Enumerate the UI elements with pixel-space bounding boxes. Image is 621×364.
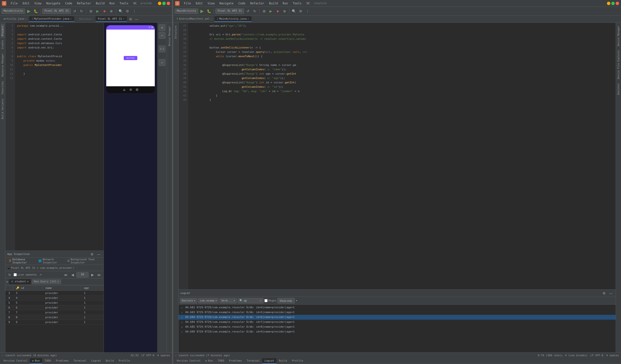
- bottom-tab-build-right[interactable]: Build: [276, 358, 289, 364]
- tab-androidmanifest[interactable]: X AndroidManifest.xml ✕: [174, 16, 214, 22]
- table-row[interactable]: 4 4 provider 1: [6, 296, 104, 301]
- left-menu-vc[interactable]: VC: [131, 1, 138, 6]
- table-row[interactable]: 5 5 provider 1: [6, 301, 104, 305]
- sidebar-device-manager-right[interactable]: Device Manager: [617, 24, 620, 48]
- bottom-tab-problems-right[interactable]: Problems: [226, 358, 244, 364]
- inspection-hide-btn[interactable]: —: [96, 251, 102, 257]
- run-config-left[interactable]: MainActivity: [1, 8, 25, 14]
- run-config-right[interactable]: MainActivity: [175, 8, 198, 14]
- tab-mycontentprovider[interactable]: J MyContentProvider.java ✕: [29, 16, 74, 22]
- bottom-tab-todo-right[interactable]: TODO: [215, 358, 227, 364]
- name-column-header[interactable]: name: [42, 285, 81, 291]
- log-line[interactable]: ↓ 04.683 9729-9729/com.example.resovler …: [178, 310, 616, 315]
- zoom-in-btn[interactable]: +: [159, 24, 165, 31]
- last-page-btn[interactable]: ⏭: [96, 272, 102, 278]
- minimize-button-right[interactable]: [607, 2, 610, 5]
- logcat-search-box[interactable]: 🔍 ✕: [238, 298, 263, 303]
- stop-button-right[interactable]: ■: [275, 8, 281, 14]
- tab-network-inspector[interactable]: 🌐 Network Inspector: [36, 257, 65, 266]
- maximize-button-left[interactable]: [162, 2, 166, 5]
- close-tab-manifest[interactable]: ✕: [210, 17, 212, 20]
- live-updates-checkbox[interactable]: [14, 273, 17, 276]
- show-only-button[interactable]: Show only:: [277, 298, 295, 303]
- back-nav-icon[interactable]: [123, 88, 126, 91]
- log-line[interactable]: ↓ 04.684 9729-9729/com.example.resovler …: [178, 315, 616, 320]
- bottom-tab-todo-left[interactable]: TODO: [42, 358, 54, 364]
- close-query-tab[interactable]: ✕: [57, 280, 59, 283]
- right-menu-refactor[interactable]: Refactor: [248, 1, 266, 6]
- bottom-tab-build-left[interactable]: Build: [103, 358, 116, 364]
- right-menu-vc[interactable]: VC: [304, 1, 312, 6]
- attach-button-left[interactable]: ⊕: [108, 8, 114, 14]
- logcat-search-input[interactable]: [244, 299, 258, 302]
- next-page-btn[interactable]: ▶: [89, 272, 95, 278]
- bottom-tab-terminal-right[interactable]: Terminal: [244, 358, 262, 364]
- zoom-out-btn[interactable]: −: [159, 32, 165, 39]
- left-menu-view[interactable]: View: [33, 1, 43, 6]
- regex-toggle[interactable]: Regex: [264, 299, 276, 302]
- logcat-settings-btn[interactable]: ⚙: [601, 290, 607, 296]
- run2-button-right[interactable]: ▶: [268, 8, 274, 14]
- minimize-button-left[interactable]: [158, 2, 161, 5]
- inspection-settings-btn[interactable]: ⚙: [89, 251, 95, 257]
- phone-button[interactable]: BUTTON: [124, 56, 138, 60]
- refresh-button-right[interactable]: ↻: [252, 8, 258, 14]
- sync-button-left[interactable]: ↺: [72, 8, 78, 14]
- log-line[interactable]: ↓ 04.689 9729-9729/com.example.resovler …: [178, 329, 616, 334]
- close-tab-mainactivity[interactable]: ✕: [248, 17, 249, 20]
- stop-button-left[interactable]: ■: [102, 8, 107, 14]
- sidebar-item-project[interactable]: Project: [1, 24, 4, 38]
- bottom-tab-run-left[interactable]: ▶Run: [30, 358, 42, 364]
- bottom-tab-vc-left[interactable]: Version Control: [1, 358, 30, 364]
- age-column-header[interactable]: age: [81, 285, 104, 291]
- bottom-tab-problems-left[interactable]: Problems: [53, 358, 71, 364]
- log-line[interactable]: ↓ 04.685 9729-9729/com.example.resovler …: [178, 324, 616, 329]
- sidebar-item-favorites[interactable]: Favorites: [1, 79, 4, 96]
- live-updates-toggle[interactable]: Live updates: [14, 273, 37, 276]
- close-button-right[interactable]: [616, 2, 619, 5]
- left-menu-navigate[interactable]: Navigate: [44, 1, 62, 6]
- device-filter-dropdown[interactable]: Emulato ▾: [180, 298, 197, 303]
- run-button-left[interactable]: ▶: [26, 8, 32, 14]
- tab-database-inspector[interactable]: 🗄 Database Inspector: [6, 257, 36, 266]
- bottom-tab-profile-right[interactable]: Profile: [289, 358, 305, 364]
- sidebar-item-gradle[interactable]: Gradle: [1, 38, 4, 51]
- left-menu-file[interactable]: File: [9, 1, 20, 6]
- log-line[interactable]: ↓ 04.684 9729-9729/com.example.resovler …: [178, 320, 616, 324]
- tab-mainactivity[interactable]: J MainActivity.java ✕: [214, 16, 252, 22]
- right-menu-edit[interactable]: Edit: [194, 1, 205, 6]
- more-button-right[interactable]: ⋮: [305, 8, 310, 14]
- settings-button-left[interactable]: ⚙: [125, 8, 131, 14]
- resize-btn[interactable]: ⤢: [159, 59, 165, 66]
- debug-button-right[interactable]: 🐛: [206, 8, 212, 14]
- bottom-tab-run-right[interactable]: ▶Run: [203, 358, 215, 364]
- logcat-hide-btn[interactable]: —: [608, 290, 614, 296]
- page-size-input[interactable]: 50: [76, 272, 88, 277]
- run2-button-left[interactable]: ▶: [95, 8, 101, 14]
- emulator-settings-btn[interactable]: ⚙: [128, 16, 134, 22]
- left-menu-build[interactable]: Build: [94, 1, 106, 6]
- emulator-hide-btn[interactable]: —: [134, 16, 139, 22]
- layout-button-left[interactable]: ⊞: [88, 8, 94, 14]
- right-menu-view[interactable]: View: [206, 1, 217, 6]
- export-btn[interactable]: ↗: [38, 272, 43, 278]
- table-row[interactable]: 3 3 provider 1: [6, 291, 104, 296]
- log-line[interactable]: ↓ 04.681 9729-9729/com.example.resovler …: [178, 305, 616, 310]
- code-text-right[interactable]: values.put("age","20"); Uri uri = Uri.pa…: [188, 23, 616, 289]
- db-refresh-btn[interactable]: ↻: [7, 272, 13, 278]
- regex-checkbox[interactable]: [264, 299, 268, 302]
- sidebar-item-structure-right[interactable]: Structure: [174, 24, 178, 41]
- attach-button-right[interactable]: ⊕: [282, 8, 287, 14]
- left-menu-run[interactable]: Run: [107, 1, 117, 6]
- aspect-ratio-btn[interactable]: 1:1: [159, 46, 165, 52]
- layout-button-right[interactable]: ⊞: [261, 8, 267, 14]
- code-text-left[interactable]: package com.example.provid... import and…: [15, 23, 104, 251]
- sidebar-item-device-manager-left[interactable]: Device Manager: [168, 24, 171, 48]
- close-tab-activity[interactable]: ✕: [25, 17, 27, 20]
- left-menu-edit[interactable]: Edit: [21, 1, 32, 6]
- maximize-button-right[interactable]: [611, 2, 615, 5]
- prev-page-btn[interactable]: ◀: [70, 272, 75, 278]
- right-menu-build[interactable]: Build: [267, 1, 280, 6]
- tab-emulator-device[interactable]: Pixel XL API 31 ✕: [96, 16, 127, 22]
- sidebar-emulator-right[interactable]: Emulator: [617, 81, 620, 97]
